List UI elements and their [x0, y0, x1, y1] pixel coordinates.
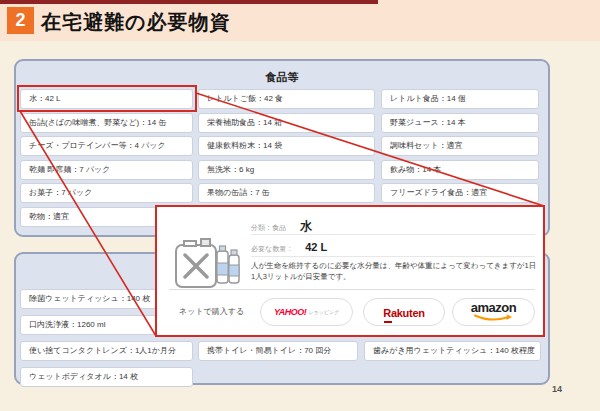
- daily-item-body-towel[interactable]: ウェットボディタオル：14 枚: [20, 367, 193, 387]
- daily-item-tooth-wipe[interactable]: 歯みがき用ウェットティッシュ：140 枚程度: [364, 341, 541, 361]
- rakuten-logo: Rakuten: [383, 307, 424, 319]
- food-item-health-drink[interactable]: 健康飲料粉末：14 袋: [198, 136, 375, 156]
- water-detail-card: 分類：食品 水 必要な数量： 42 L 人が生命を維持するのに必要な水分量は、年…: [155, 205, 545, 337]
- food-item-freeze-dried[interactable]: フリーズドライ食品：適宜: [381, 183, 539, 203]
- quantity-label: 必要な数量：: [251, 244, 293, 254]
- food-item-supplement[interactable]: 栄養補助食品：14 箱: [198, 113, 375, 133]
- page-title: 在宅避難の必要物資: [41, 9, 230, 36]
- daily-item-portable-toilet[interactable]: 携帯トイレ・簡易トイレ：70 回分: [198, 341, 358, 361]
- section-number-badge: 2: [7, 7, 34, 34]
- water-cell-highlight: [17, 85, 197, 112]
- food-item-drinks[interactable]: 飲み物：14 本: [381, 160, 539, 180]
- amazon-logo: amazon: [471, 302, 516, 314]
- amazon-button[interactable]: amazon: [452, 298, 535, 326]
- food-item-retort-food[interactable]: レトルト食品：14 個: [381, 89, 539, 109]
- item-name: 水: [300, 218, 312, 235]
- yahoo-shopping-button[interactable]: YAHOO! ショッピング: [260, 298, 353, 326]
- yahoo-logo: YAHOO!: [274, 307, 306, 317]
- divider: [251, 234, 535, 235]
- food-item-canned-fruit[interactable]: 果物の缶詰：7 缶: [198, 183, 375, 203]
- category-label: 分類：食品: [251, 223, 286, 233]
- slide: 2 在宅避難の必要物資 食品等 水：42 L レトルトご飯：42 食 レトルト食…: [0, 0, 600, 411]
- purchase-label: ネットで購入する: [179, 306, 244, 317]
- water-jug-illustration: [171, 229, 243, 293]
- water-bottles: [217, 246, 239, 283]
- food-item-retort-rice[interactable]: レトルトご飯：42 食: [198, 89, 375, 109]
- top-accent-strip: [0, 0, 378, 4]
- food-item-dried-noodles[interactable]: 乾麺 即席麺：7 パック: [20, 160, 193, 180]
- page-number: 14: [552, 384, 562, 394]
- daily-item-contact-lens[interactable]: 使い捨てコンタクトレンズ：1人1か月分: [20, 341, 193, 361]
- quantity-value: 42 L: [305, 241, 327, 253]
- food-item-cheese-protein[interactable]: チーズ・プロテインバー等：4 パック: [20, 136, 193, 156]
- divider: [251, 256, 535, 257]
- food-item-rice[interactable]: 無洗米：6 kg: [198, 160, 375, 180]
- food-item-vegetable-juice[interactable]: 野菜ジュース：14 本: [381, 113, 539, 133]
- item-description: 人が生命を維持するのに必要な水分量は、年齢や体重によって変わってきますが1日1人…: [251, 261, 537, 282]
- food-item-canned[interactable]: 缶詰(さばの味噌煮、野菜など)：14 缶: [20, 113, 193, 133]
- divider: [169, 289, 535, 290]
- rakuten-logo-underline: [384, 321, 392, 323]
- food-panel-title: 食品等: [16, 70, 548, 85]
- rakuten-button[interactable]: Rakuten: [363, 298, 445, 326]
- yahoo-logo-suffix: ショッピング: [308, 309, 339, 315]
- food-item-seasoning-set[interactable]: 調味料セット：適宜: [381, 136, 539, 156]
- food-item-snacks[interactable]: お菓子：7 パック: [20, 183, 193, 203]
- amazon-smile-icon: [471, 314, 517, 322]
